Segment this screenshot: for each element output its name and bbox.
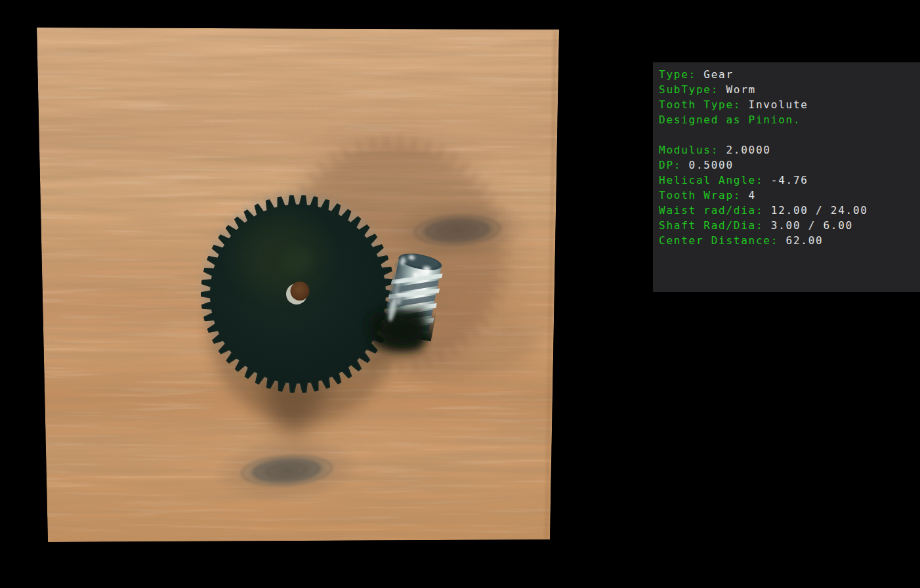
info-line: DP: 0.5000: [659, 158, 916, 173]
wood-board: [26, 18, 571, 551]
info-line: Center Distance: 62.00: [659, 233, 916, 248]
info-line: Helical Angle: -4.76: [659, 173, 916, 188]
info-line: Designed as Pinion.: [659, 112, 916, 127]
shaft-hole: [291, 282, 310, 301]
info-line: [659, 127, 916, 142]
info-line: Tooth Wrap: 4: [659, 188, 916, 203]
info-line: Shaft Rad/Dia: 3.00 / 6.00: [659, 218, 916, 233]
info-line: Waist rad/dia: 12.00 / 24.00: [659, 203, 916, 218]
gear-info-panel: Type: GearSubType: WormTooth Type: Invol…: [653, 62, 920, 292]
info-line: Type: Gear: [659, 67, 916, 82]
app-window: Type: GearSubType: WormTooth Type: Invol…: [0, 0, 920, 588]
info-line: Modulus: 2.0000: [659, 142, 916, 158]
info-line: SubType: Worm: [659, 82, 916, 97]
info-line: Tooth Type: Involute: [659, 97, 916, 112]
